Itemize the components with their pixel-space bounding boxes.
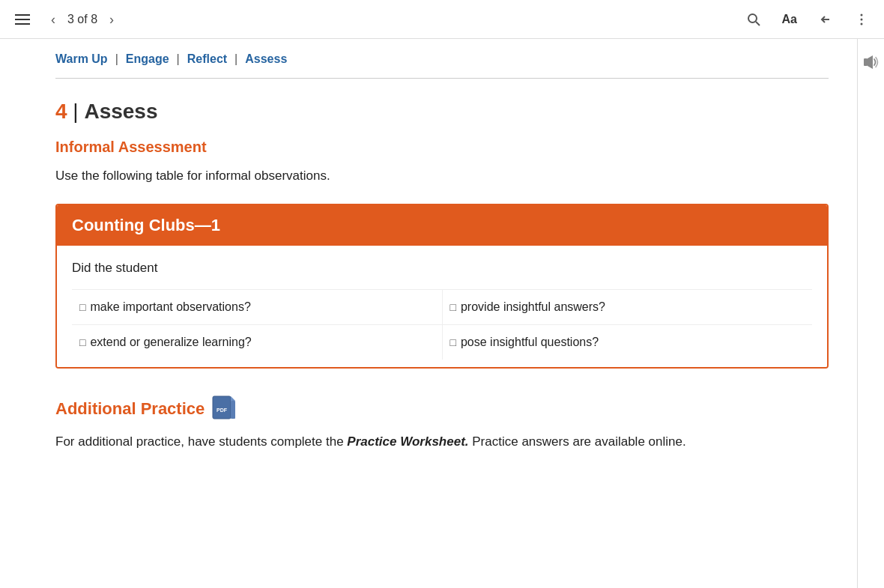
- informal-assessment-heading: Informal Assessment: [55, 139, 829, 156]
- svg-point-4: [861, 22, 863, 25]
- additional-practice-text: For additional practice, have students c…: [55, 431, 829, 452]
- svg-point-0: [748, 14, 757, 22]
- table-row: □ make important observations? □ provide…: [72, 289, 812, 324]
- speaker-button[interactable]: [860, 51, 883, 73]
- more-icon: [854, 12, 869, 27]
- search-icon: [746, 12, 761, 27]
- next-button[interactable]: ›: [103, 10, 120, 29]
- table-header: Counting Clubs—1: [57, 205, 827, 246]
- table-cell-left-1: □ make important observations?: [72, 290, 443, 324]
- top-bar-left: ‹ 3 of 8 ›: [12, 10, 120, 29]
- svg-point-2: [861, 13, 863, 16]
- cell-text-right-1: provide insightful answers?: [461, 300, 605, 314]
- cell-text-left-1: make important observations?: [90, 300, 250, 314]
- checkbox-icon-4: □: [450, 337, 456, 348]
- table-row: □ extend or generalize learning? □ pose …: [72, 324, 812, 360]
- table-rows: □ make important observations? □ provide…: [72, 289, 812, 360]
- svg-line-1: [756, 22, 760, 25]
- nav-link-engage[interactable]: Engage: [126, 52, 169, 66]
- svg-rect-9: [864, 58, 868, 66]
- search-button[interactable]: [743, 9, 764, 30]
- practice-worksheet-label: Practice Worksheet.: [347, 434, 468, 449]
- cell-text-right-2: pose insightful questions?: [461, 336, 599, 349]
- nav-sep-2: |: [177, 52, 180, 66]
- table-cell-right-1: □ provide insightful answers?: [443, 290, 813, 324]
- nav-sep-1: |: [115, 52, 118, 66]
- svg-text:PDF: PDF: [217, 407, 228, 413]
- nav-link-assess[interactable]: Assess: [245, 52, 287, 66]
- nav-links: Warm Up | Engage | Reflect | Assess: [55, 39, 829, 79]
- section-pipe: |: [73, 100, 84, 123]
- pdf-svg: PDF: [212, 395, 236, 422]
- svg-rect-7: [231, 401, 235, 419]
- table-cell-left-2: □ extend or generalize learning?: [72, 325, 443, 360]
- table-title: Counting Clubs—1: [72, 216, 220, 234]
- top-bar: ‹ 3 of 8 › Aa: [0, 0, 884, 39]
- main-content: Warm Up | Engage | Reflect | Assess 4 | …: [0, 39, 884, 588]
- additional-practice-heading-text: Additional Practice: [55, 399, 205, 419]
- prev-button[interactable]: ‹: [45, 10, 61, 29]
- additional-text-after: Practice answers are available online.: [469, 434, 686, 449]
- section-number: 4: [55, 100, 67, 123]
- nav-sep-3: |: [234, 52, 237, 66]
- table-cell-right-2: □ pose insightful questions?: [443, 325, 813, 360]
- nav-controls: ‹ 3 of 8 ›: [45, 10, 120, 29]
- back-button[interactable]: [815, 9, 836, 30]
- more-button[interactable]: [851, 9, 872, 30]
- page-indicator: 3 of 8: [67, 13, 97, 26]
- speaker-icon: [863, 54, 880, 70]
- svg-marker-6: [231, 396, 235, 401]
- menu-icon[interactable]: [12, 11, 33, 28]
- top-bar-right: Aa: [743, 9, 872, 30]
- table-intro: Did the student: [72, 261, 812, 276]
- back-icon: [818, 12, 833, 27]
- nav-link-warmup[interactable]: Warm Up: [55, 52, 108, 66]
- side-panel: [857, 39, 884, 588]
- font-size-button[interactable]: Aa: [779, 10, 800, 29]
- checkbox-icon-3: □: [79, 337, 85, 348]
- cell-text-left-2: extend or generalize learning?: [90, 336, 251, 349]
- section-heading: 4 | Assess: [55, 100, 829, 124]
- table-body: Did the student □ make important observa…: [57, 246, 827, 367]
- nav-link-reflect[interactable]: Reflect: [187, 52, 227, 66]
- assessment-table: Counting Clubs—1 Did the student □ make …: [55, 204, 829, 369]
- svg-marker-10: [868, 55, 873, 69]
- svg-point-3: [861, 18, 863, 20]
- additional-text-before: For additional practice, have students c…: [55, 434, 347, 449]
- checkbox-icon-1: □: [79, 302, 85, 312]
- checkbox-icon-2: □: [450, 302, 456, 312]
- pdf-icon[interactable]: PDF: [212, 395, 236, 422]
- informal-assessment-description: Use the following table for informal obs…: [55, 166, 829, 186]
- section-title: Assess: [84, 100, 157, 123]
- font-icon: Aa: [782, 13, 797, 26]
- additional-practice-section: Additional Practice PDF: [55, 395, 829, 422]
